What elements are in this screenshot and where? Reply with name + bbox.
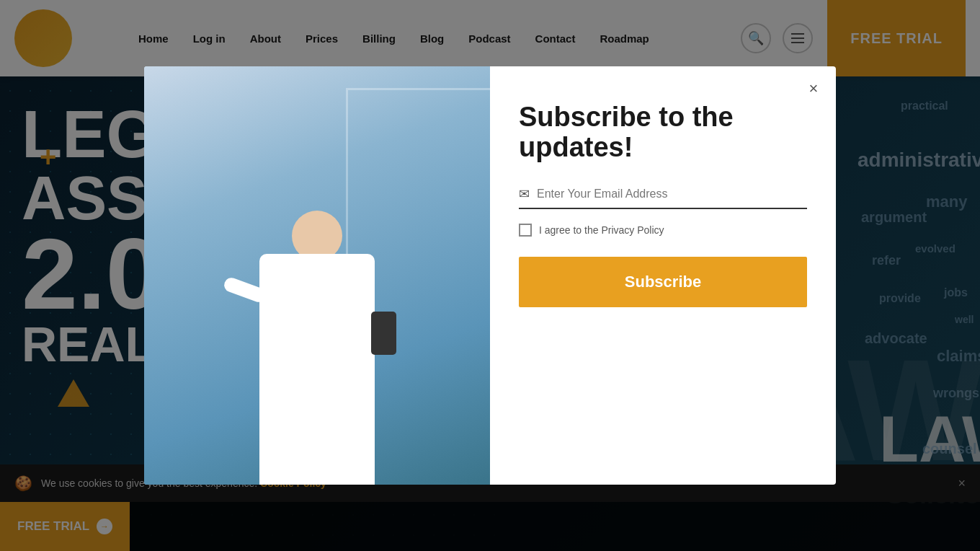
subscribe-modal: × Subscribe to the updates! ✉ I agree to… <box>144 66 836 485</box>
modal-close-button[interactable]: × <box>803 78 824 100</box>
privacy-label: I agree to the Privacy Policy <box>539 224 664 236</box>
privacy-checkbox[interactable] <box>519 224 532 237</box>
person-arm <box>222 276 267 304</box>
modal-form-side: × Subscribe to the updates! ✉ I agree to… <box>490 66 836 485</box>
person-figure <box>259 203 375 485</box>
subscribe-button[interactable]: Subscribe <box>519 257 807 307</box>
email-input-wrapper: ✉ <box>519 186 807 209</box>
person-phone <box>371 312 396 355</box>
modal-title-line1: Subscribe to the <box>519 102 734 132</box>
modal-person-bg <box>144 66 490 485</box>
modal-overlay: × Subscribe to the updates! ✉ I agree to… <box>0 0 980 551</box>
privacy-row: I agree to the Privacy Policy <box>519 224 807 237</box>
modal-title: Subscribe to the updates! <box>519 102 807 163</box>
email-input[interactable] <box>537 188 807 200</box>
modal-title-line2: updates! <box>519 132 633 162</box>
modal-image <box>144 66 490 485</box>
email-icon: ✉ <box>519 186 530 202</box>
person-body <box>259 254 375 485</box>
